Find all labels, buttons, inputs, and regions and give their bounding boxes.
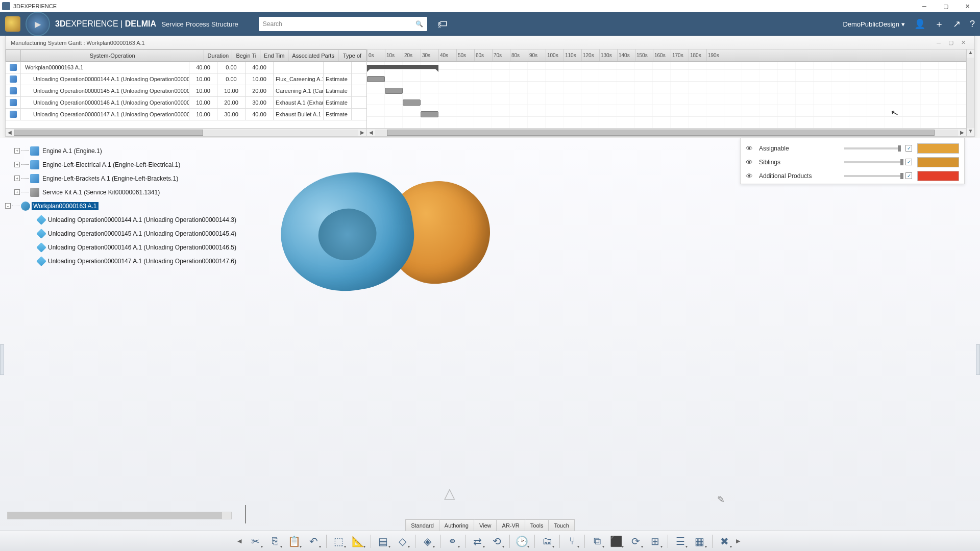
visibility-checkbox[interactable]: ✓ — [905, 145, 912, 152]
gantt-row[interactable]: Unloading Operation00000145 A.1 (Unloadi… — [6, 85, 366, 97]
layers-button[interactable]: ▤ — [375, 533, 391, 549]
link-button[interactable]: ⚭ — [445, 533, 461, 549]
col-parts[interactable]: Associated Parts — [288, 49, 338, 62]
3d-viewport[interactable]: ✎ ↖ — [255, 138, 980, 510]
gantt-vscroll[interactable]: ▲▼ — [966, 49, 974, 136]
color-swatch[interactable] — [917, 157, 959, 167]
tab-standard[interactable]: Standard — [405, 519, 439, 531]
col-end[interactable]: End Tim — [260, 49, 288, 62]
gantt-task-bar[interactable] — [421, 111, 438, 117]
eye-icon[interactable]: 👁 — [746, 158, 754, 166]
dna-button[interactable]: ⟲ — [489, 533, 505, 549]
profile-icon[interactable]: 👤 — [914, 18, 925, 30]
user-dropdown[interactable]: DemoPublicDesign▾ — [843, 20, 905, 28]
add-icon[interactable]: ＋ — [935, 18, 944, 30]
ds-logo[interactable] — [5, 16, 20, 32]
opacity-slider[interactable] — [844, 147, 900, 149]
col-duration[interactable]: Duration — [204, 49, 232, 62]
toolbar-scroll-right[interactable]: ▶ — [736, 538, 743, 544]
visibility-checkbox[interactable]: ✓ — [905, 159, 912, 165]
gantt-right-hscroll[interactable]: ◀ ▶ — [367, 128, 966, 136]
visibility-checkbox[interactable]: ✓ — [905, 172, 912, 179]
tree-node[interactable]: +Engine-Left-Brackets A.1 (Engine-Left-B… — [5, 171, 260, 185]
tree-node[interactable]: Unloading Operation00000145 A.1 (Unloadi… — [5, 227, 260, 240]
tab-tools[interactable]: Tools — [525, 519, 549, 531]
expand-toggle[interactable]: + — [14, 162, 20, 167]
opacity-slider[interactable] — [844, 175, 900, 177]
delete-x-button[interactable]: ✖ — [717, 533, 733, 549]
tree-node[interactable]: Unloading Operation00000147 A.1 (Unloadi… — [5, 254, 260, 268]
cube-button[interactable]: ⬚ — [331, 533, 347, 549]
tree-node[interactable]: Unloading Operation00000144 A.1 (Unloadi… — [5, 213, 260, 227]
search-icon[interactable]: 🔍 — [415, 20, 423, 28]
gantt-minimize[interactable]: ─ — [933, 40, 945, 46]
tree-node[interactable]: Unloading Operation00000146 A.1 (Unloadi… — [5, 240, 260, 254]
color-swatch[interactable] — [917, 143, 959, 154]
search-input[interactable]: Search 🔍 — [259, 17, 427, 31]
gantt-task-bar[interactable] — [403, 99, 421, 106]
minimize-button[interactable]: ─ — [914, 0, 935, 12]
expand-toggle[interactable]: - — [5, 203, 11, 209]
gantt-row[interactable]: Unloading Operation00000144 A.1 (Unloadi… — [6, 73, 366, 85]
hierarchy-button[interactable]: ⑂ — [564, 533, 580, 549]
spec-tree[interactable]: +Engine A.1 (Engine.1)+Engine-Left-Elect… — [5, 144, 260, 268]
toolbar-scroll-left[interactable]: ◀ — [237, 538, 244, 544]
close-button[interactable]: ✕ — [957, 0, 978, 12]
eye-icon[interactable]: 👁 — [746, 172, 754, 180]
tag-icon[interactable]: 🏷 — [437, 18, 448, 30]
compare-button[interactable]: ⧉ — [589, 533, 605, 549]
paste-button[interactable]: 📋 — [286, 533, 303, 549]
eraser-button[interactable]: ◇ — [395, 533, 411, 549]
swap-button[interactable]: ⇄ — [470, 533, 486, 549]
col-type[interactable]: Type of — [338, 49, 366, 62]
eye-icon[interactable]: 👁 — [746, 144, 754, 153]
clock-button[interactable]: 🕑 — [514, 533, 530, 549]
cut-button[interactable]: ✂ — [248, 533, 264, 549]
expand-toggle[interactable]: + — [14, 189, 20, 195]
gantt-task-bar[interactable] — [385, 88, 403, 94]
diamond-button[interactable]: ◈ — [420, 533, 436, 549]
expand-toggle[interactable]: + — [14, 148, 20, 154]
cube-rotate-button[interactable]: ⟳ — [628, 533, 644, 549]
left-panel-handle[interactable] — [0, 344, 4, 375]
tree-hscroll[interactable] — [7, 512, 232, 519]
gantt-maximize[interactable]: ▢ — [945, 39, 957, 46]
tab-view[interactable]: View — [474, 519, 497, 531]
color-swatch[interactable] — [917, 171, 959, 181]
copy-button[interactable]: ⎘ — [267, 533, 283, 549]
opacity-slider[interactable] — [844, 161, 900, 163]
cube-plus-button[interactable]: ⊞ — [647, 533, 664, 549]
tree-node[interactable]: +Service Kit A.1 (Service Kit00000061.13… — [5, 185, 260, 199]
undo-button[interactable]: ↶ — [306, 533, 322, 549]
measure-button[interactable]: 📐 — [350, 533, 366, 549]
annotation-icon[interactable]: ✎ — [717, 494, 725, 505]
share-icon[interactable]: ↗ — [953, 18, 961, 30]
tree-node[interactable]: -Workplan00000163 A.1 — [5, 199, 260, 213]
gantt-row[interactable]: Workplan00000163 A.1 40.00 0.00 40.00 — [6, 62, 366, 73]
box3d-button[interactable]: ⬛ — [608, 533, 625, 549]
col-system-operation[interactable]: System-Operation — [21, 49, 204, 62]
tree-sync-button[interactable]: 🗂 — [539, 533, 555, 549]
gantt-task-bar[interactable] — [367, 76, 385, 82]
gantt-left-hscroll[interactable]: ◀ ▶ — [6, 128, 366, 136]
expand-toggle[interactable]: + — [14, 176, 20, 181]
engine-model[interactable] — [271, 153, 500, 306]
tree-node[interactable]: +Engine-Left-Electrical A.1 (Engine-Left… — [5, 158, 260, 171]
gantt-summary-bar[interactable] — [367, 65, 438, 69]
gantt-timeline[interactable]: 0s10s20s30s40s50s60s70s80s90s100s110s120… — [367, 49, 974, 136]
tab-touch[interactable]: Touch — [549, 519, 574, 531]
tab-ar-vr[interactable]: AR-VR — [497, 519, 525, 531]
col-begin[interactable]: Begin Ti — [232, 49, 260, 62]
tree-node[interactable]: +Engine A.1 (Engine.1) — [5, 144, 260, 158]
grid-button[interactable]: ▦ — [692, 533, 708, 549]
gantt-close[interactable]: ✕ — [957, 39, 969, 46]
tab-authoring[interactable]: Authoring — [439, 519, 474, 531]
help-icon[interactable]: ? — [970, 19, 975, 30]
gantt-row[interactable]: Unloading Operation00000146 A.1 (Unloadi… — [6, 97, 366, 109]
view-compass-icon[interactable] — [444, 485, 470, 505]
gantt-row[interactable]: Unloading Operation00000147 A.1 (Unloadi… — [6, 109, 366, 120]
maximize-button[interactable]: ▢ — [935, 0, 957, 12]
list-button[interactable]: ☰ — [672, 533, 689, 549]
engine-front-part[interactable] — [273, 165, 421, 299]
compass-icon[interactable] — [26, 12, 50, 36]
